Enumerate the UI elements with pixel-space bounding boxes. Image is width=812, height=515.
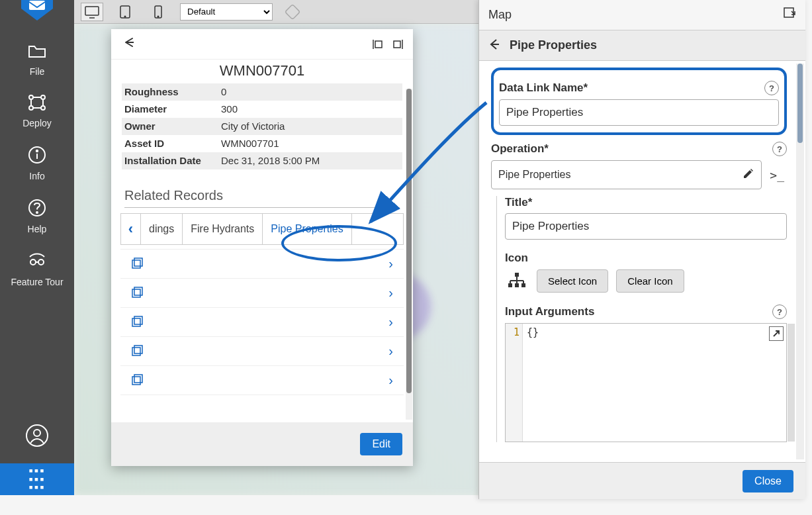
svg-rect-0 — [29, 1, 45, 10]
stack-icon — [131, 285, 144, 301]
clear-icon-button[interactable]: Clear Icon — [616, 269, 684, 293]
stack-icon — [131, 256, 144, 271]
select-icon-button[interactable]: Select Icon — [537, 269, 608, 293]
apps-grid-icon: ▪▪▪▪▪▪▪▪▪ — [28, 467, 45, 492]
svg-rect-40 — [508, 283, 512, 287]
tab-buildings[interactable]: dings — [141, 214, 183, 244]
tab-pipe-properties[interactable]: Pipe Properties — [263, 214, 351, 244]
svg-rect-25 — [394, 41, 400, 48]
svg-rect-15 — [85, 7, 99, 15]
record-list: › › › › › — [120, 249, 404, 395]
list-item[interactable]: › — [120, 279, 404, 308]
related-records-header: Related Records — [124, 188, 400, 208]
footer-apps-button[interactable]: ▪▪▪▪▪▪▪▪▪ — [0, 463, 74, 495]
sidebar-item-feature-tour[interactable]: Feature Tour — [11, 252, 63, 287]
chevron-right-icon: › — [388, 373, 393, 388]
operation-subsection: Title* Icon Select Icon Clear Icon Input… — [496, 196, 787, 442]
help-icon[interactable]: ? — [772, 304, 787, 319]
properties-panel: Map Pipe Properties Data Link Name* ? Op… — [478, 0, 805, 499]
device-phone-button[interactable] — [147, 3, 169, 21]
popup-footer: Edit — [111, 422, 413, 466]
code-content[interactable]: {} — [523, 324, 786, 442]
data-link-highlight: Data Link Name* ? — [491, 68, 787, 135]
sidebar-item-help[interactable]: Help — [28, 199, 47, 234]
chevron-right-icon: › — [388, 285, 393, 301]
popup-back-button[interactable] — [119, 34, 139, 54]
left-sidebar: File Deploy Info Help Feature Tour — [0, 0, 74, 463]
pencil-icon[interactable] — [743, 167, 754, 182]
deploy-icon — [27, 94, 47, 114]
attribute-table: Roughness0 Diameter300 OwnerCity of Vict… — [122, 83, 402, 169]
sidebar-item-label: Help — [28, 224, 47, 234]
expand-editor-icon[interactable] — [769, 326, 784, 341]
chevron-right-icon: › — [388, 256, 393, 271]
collapse-left-icon[interactable] — [371, 38, 384, 51]
field-label-data-link: Data Link Name* ? — [499, 81, 779, 95]
field-label-operation: Operation* ? — [491, 142, 787, 156]
console-icon[interactable]: >_ — [767, 165, 787, 185]
panel-section-header-map: Map — [479, 0, 805, 30]
panel-scrollbar[interactable] — [796, 64, 804, 459]
field-label-icon: Icon — [505, 252, 787, 265]
list-item[interactable]: › — [120, 366, 404, 395]
svg-point-14 — [34, 430, 40, 436]
svg-rect-36 — [134, 375, 142, 383]
tab-fire-hydrants[interactable]: Fire Hydrants — [183, 214, 263, 244]
table-row: Asset IDWMN007701 — [122, 135, 402, 152]
help-icon[interactable]: ? — [764, 81, 779, 95]
svg-rect-32 — [134, 316, 142, 324]
panel-select-icon[interactable] — [783, 7, 796, 23]
field-label-title: Title* — [505, 196, 787, 209]
stack-icon — [131, 373, 144, 388]
sidebar-item-label: Deploy — [23, 118, 52, 128]
sidebar-item-label: Feature Tour — [11, 277, 63, 287]
stack-icon — [131, 344, 144, 359]
data-link-name-input[interactable] — [499, 99, 779, 126]
popup-scrollbar[interactable] — [406, 89, 412, 420]
table-row: Installation DateDec 31, 2018 5:00 PM — [122, 152, 402, 169]
sidebar-item-info[interactable]: Info — [28, 146, 46, 181]
list-item[interactable]: › — [120, 308, 404, 337]
svg-point-18 — [124, 16, 126, 17]
feature-tour-icon — [27, 252, 47, 273]
popup-title: WMN007701 — [111, 62, 413, 79]
code-scrollbar[interactable] — [788, 324, 795, 442]
edit-button[interactable]: Edit — [360, 433, 402, 455]
sidebar-item-deploy[interactable]: Deploy — [23, 94, 52, 128]
icon-preview — [505, 269, 529, 293]
top-toolbar: Default — [74, 0, 478, 24]
layout-select[interactable]: Default — [180, 3, 273, 21]
svg-rect-37 — [784, 8, 793, 17]
svg-rect-31 — [132, 318, 140, 326]
chevron-right-icon: › — [388, 314, 393, 330]
collapse-right-icon[interactable] — [392, 38, 405, 51]
svg-rect-34 — [134, 346, 142, 353]
input-arguments-editor[interactable]: 1 {} — [505, 323, 787, 442]
list-item[interactable]: › — [120, 337, 404, 366]
operation-select[interactable]: Pipe Properties — [491, 160, 762, 189]
panel-footer: Close — [479, 462, 805, 499]
sidebar-item-file[interactable]: File — [28, 44, 46, 77]
field-label-input-args: Input Arguments ? — [505, 304, 787, 319]
panel-back-button[interactable] — [488, 37, 500, 54]
svg-rect-24 — [375, 41, 382, 48]
svg-rect-42 — [521, 283, 525, 287]
close-button[interactable]: Close — [743, 470, 793, 492]
svg-rect-29 — [132, 289, 140, 297]
tabs-scroll-left[interactable]: ‹ — [121, 214, 141, 244]
title-input[interactable] — [505, 213, 787, 240]
list-item[interactable]: › — [120, 250, 404, 279]
svg-rect-35 — [132, 377, 140, 385]
table-row: Diameter300 — [122, 101, 402, 118]
svg-rect-33 — [132, 348, 140, 355]
sidebar-avatar[interactable] — [25, 424, 49, 450]
folder-icon — [28, 44, 46, 62]
device-tablet-button[interactable] — [114, 3, 136, 21]
stack-icon — [131, 314, 144, 330]
svg-rect-30 — [134, 287, 142, 295]
svg-point-9 — [36, 212, 38, 213]
help-icon[interactable]: ? — [772, 142, 787, 156]
svg-rect-21 — [285, 5, 300, 19]
rotate-button[interactable] — [283, 3, 302, 21]
device-desktop-button[interactable] — [81, 3, 103, 21]
